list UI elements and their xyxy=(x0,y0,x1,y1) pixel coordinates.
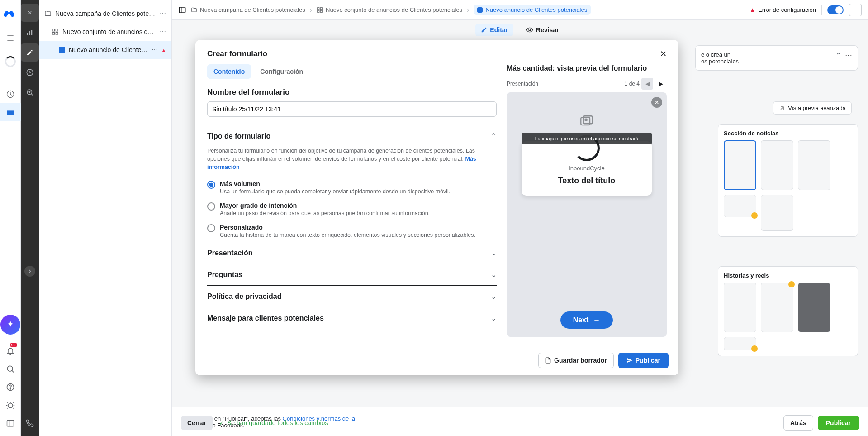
form-type-option-volume[interactable]: Más volumenUsa un formulario que se pued… xyxy=(207,177,497,198)
chevron-down-icon: ⌄ xyxy=(491,249,497,257)
chevron-down-icon: ⌄ xyxy=(491,270,497,279)
preview-section-label: Presentación xyxy=(507,81,538,87)
preview-overlay-text: La imagen que uses en el anuncio se most… xyxy=(522,133,651,144)
message-accordion[interactable]: Mensaje para clientes potenciales⌄ xyxy=(207,307,497,329)
modal-publish-button[interactable]: Publicar xyxy=(618,353,669,368)
preview-prev-icon[interactable]: ◀ xyxy=(641,78,653,90)
chevron-down-icon: ⌄ xyxy=(491,292,497,301)
chevron-up-icon: ⌃ xyxy=(491,132,497,140)
tab-config[interactable]: Configuración xyxy=(254,64,309,79)
save-draft-button[interactable]: Guardar borrador xyxy=(538,353,614,368)
preview-card: InboundCycle Texto del título xyxy=(522,141,651,196)
tab-content[interactable]: Contenido xyxy=(207,64,251,79)
radio-icon[interactable] xyxy=(207,181,215,189)
privacy-accordion[interactable]: Política de privacidad⌄ xyxy=(207,286,497,307)
modal-left-column: Contenido Configuración Nombre del formu… xyxy=(207,64,497,337)
chevron-down-icon: ⌄ xyxy=(491,314,497,322)
radio-icon[interactable] xyxy=(207,202,215,211)
form-type-accordion-header[interactable]: Tipo de formulario ⌃ xyxy=(207,125,497,147)
presentation-accordion[interactable]: Presentación⌄ xyxy=(207,242,497,264)
questions-accordion[interactable]: Preguntas⌄ xyxy=(207,264,497,285)
arrow-right-icon: → xyxy=(593,316,600,324)
preview-headline: Texto del título xyxy=(526,176,647,186)
phone-preview: ✕ La imagen que uses en el anuncio se mo… xyxy=(507,92,667,337)
preview-page-indicator: 1 de 4 xyxy=(625,81,640,87)
preview-next-button[interactable]: Next→ xyxy=(560,311,613,329)
form-type-helper: Personaliza tu formulario en función del… xyxy=(207,147,497,171)
brand-name: InboundCycle xyxy=(526,165,647,172)
preview-next-icon[interactable]: ▶ xyxy=(655,78,667,90)
preview-title: Más cantidad: vista previa del formulari… xyxy=(507,64,667,72)
radio-icon[interactable] xyxy=(207,224,215,232)
preview-close-icon[interactable]: ✕ xyxy=(651,97,662,108)
modal-preview-column: Más cantidad: vista previa del formulari… xyxy=(507,64,667,337)
form-name-heading: Nombre del formulario xyxy=(207,88,497,97)
form-type-option-custom[interactable]: PersonalizadoCuenta la historia de tu ma… xyxy=(207,220,497,242)
form-type-option-intent[interactable]: Mayor grado de intenciónAñade un paso de… xyxy=(207,198,497,220)
modal-close-icon[interactable]: ✕ xyxy=(660,49,667,59)
create-form-modal: Crear formulario ✕ Contenido Configuraci… xyxy=(195,40,678,375)
form-name-input[interactable] xyxy=(207,101,497,117)
svg-point-25 xyxy=(585,119,587,121)
modal-title: Crear formulario xyxy=(207,49,267,58)
